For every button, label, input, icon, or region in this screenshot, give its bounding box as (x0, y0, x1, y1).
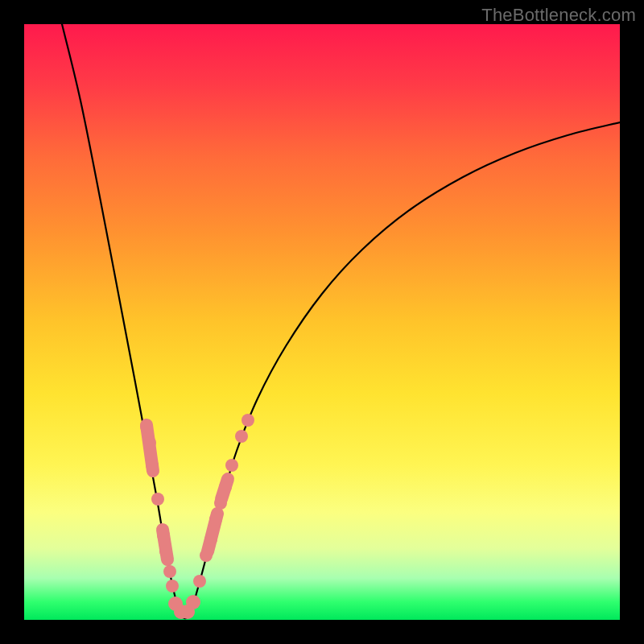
marker-dot (242, 414, 254, 427)
marker-dot (140, 420, 153, 433)
marker-dot (186, 595, 200, 609)
marker-dot (200, 549, 213, 562)
marker-dot (193, 575, 206, 588)
bottleneck-curve (62, 24, 620, 618)
watermark-text: TheBottleneck.com (481, 5, 636, 26)
marker-dot (204, 533, 217, 546)
marker-dot (219, 481, 232, 493)
marker-dot (225, 459, 238, 472)
marker-dot (159, 545, 172, 558)
marker-dot (146, 459, 159, 472)
marker-dot (143, 436, 156, 449)
marker-dot (157, 529, 170, 542)
marker-dot (214, 497, 227, 510)
marker-dot (209, 513, 222, 526)
chart-frame (24, 24, 620, 620)
bottleneck-curve-plot (24, 24, 620, 620)
marker-dot (163, 565, 176, 578)
marker-dot (235, 430, 248, 443)
marker-dot (151, 493, 164, 506)
marker-dot (166, 580, 179, 592)
